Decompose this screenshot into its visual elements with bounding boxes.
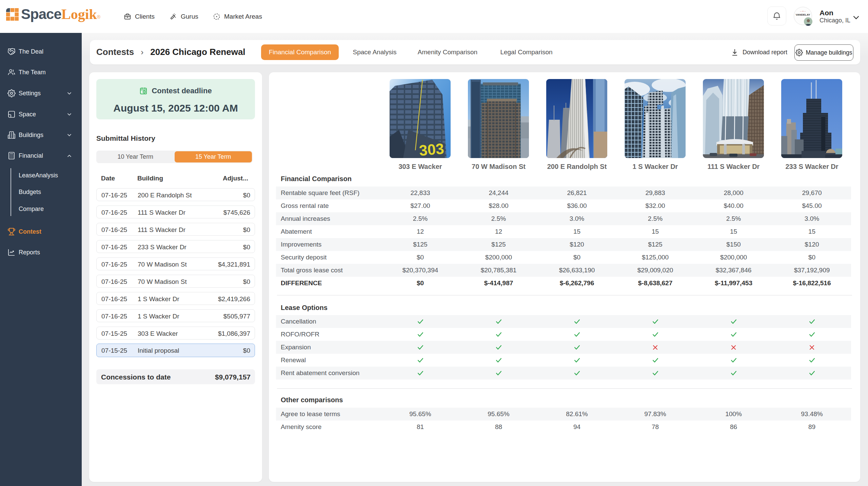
svg-text:303: 303 bbox=[418, 140, 445, 158]
